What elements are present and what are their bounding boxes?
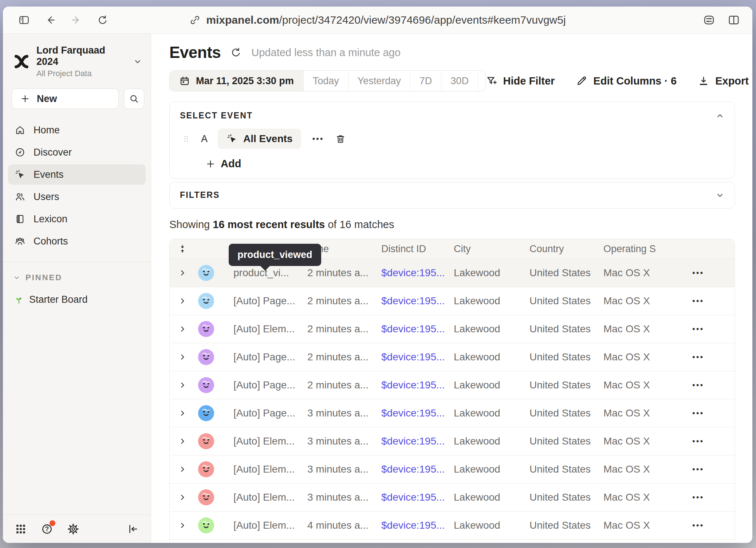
settings-gear-icon[interactable] (67, 523, 79, 535)
workspace-switcher[interactable]: Lord Farquaad 2024 All Project Data (13, 45, 143, 78)
distinct-id-link[interactable]: $device:195... (381, 267, 454, 279)
event-name-cell[interactable]: [Auto] Elem... (224, 520, 307, 531)
refresh-icon[interactable] (230, 47, 242, 58)
row-more-button[interactable]: ••• (687, 352, 735, 362)
apps-grid-icon[interactable] (15, 523, 27, 535)
expand-row-icon[interactable] (178, 437, 187, 446)
face-icon (198, 489, 214, 505)
row-more-button[interactable]: ••• (687, 521, 735, 530)
collapse-all-rows-icon[interactable] (177, 244, 188, 254)
distinct-id-link[interactable]: $device:195... (381, 435, 454, 447)
compass-icon (15, 147, 25, 158)
export-button[interactable]: Export (698, 75, 749, 87)
distinct-id-link[interactable]: $device:195... (381, 463, 454, 475)
trash-icon[interactable] (335, 133, 346, 144)
row-more-button[interactable]: ••• (687, 380, 735, 390)
table-row[interactable]: [Auto] Page... 2 minutes a... $device:19… (170, 343, 735, 371)
distinct-id-link[interactable]: $device:195... (381, 379, 454, 391)
expand-panel-icon[interactable] (715, 190, 725, 200)
address-bar[interactable]: mixpanel.com/project/3472420/view/397469… (189, 14, 566, 26)
preset-yesterday[interactable]: Yesterday (348, 71, 410, 91)
reload-icon[interactable] (97, 14, 109, 26)
distinct-id-link[interactable]: $device:195... (381, 492, 454, 503)
expand-row-icon[interactable] (178, 380, 187, 390)
event-name-cell[interactable]: [Auto] Elem... (224, 435, 307, 447)
event-name-cell[interactable]: [Auto] Elem... (224, 492, 307, 503)
table-row[interactable]: [Auto] Elem... 4 minutes a... $device:19… (170, 512, 735, 540)
expand-row-icon[interactable] (178, 324, 187, 334)
expand-row-icon[interactable] (178, 465, 187, 474)
os-cell: Mac OS X (603, 520, 687, 531)
sidebar-item-home[interactable]: Home (8, 120, 146, 140)
row-more-button[interactable]: ••• (687, 493, 735, 502)
expand-row-icon[interactable] (178, 268, 187, 278)
new-button[interactable]: New (12, 89, 119, 109)
split-view-icon[interactable] (728, 14, 740, 26)
event-name-cell[interactable]: [Auto] Page... (224, 351, 307, 363)
add-event-button[interactable]: Add (205, 158, 724, 170)
table-row[interactable]: [Auto] Elem... 3 minutes a... $device:19… (170, 484, 735, 512)
back-icon[interactable] (44, 14, 56, 26)
table-row[interactable]: [Auto] Elem... 3 minutes a... $device:19… (170, 427, 735, 455)
row-more-button[interactable]: ••• (687, 324, 735, 334)
distinct-id-link[interactable]: $device:195... (381, 520, 454, 531)
pinned-section-header[interactable]: PINNED (3, 273, 151, 282)
table-row[interactable] (170, 540, 735, 543)
column-header-distinct-id[interactable]: Distinct ID (381, 243, 454, 255)
preset-7d[interactable]: 7D (410, 71, 441, 91)
expand-row-icon[interactable] (178, 521, 187, 530)
city-cell: Lakewood (454, 379, 529, 391)
forward-icon[interactable] (71, 14, 82, 26)
expand-row-icon[interactable] (178, 493, 187, 502)
sidebar-item-cohorts[interactable]: Cohorts (8, 231, 146, 251)
distinct-id-link[interactable]: $device:195... (381, 295, 454, 307)
sidebar-nav: Home Discover Events Users Lexicon (3, 120, 151, 251)
expand-row-icon[interactable] (178, 352, 187, 362)
preset-3m[interactable]: 3M (478, 71, 486, 91)
preset-30d[interactable]: 30D (441, 71, 478, 91)
event-selector-chip[interactable]: All Events (218, 129, 301, 149)
table-row[interactable]: [Auto] Elem... 2 minutes a... $device:19… (170, 315, 735, 343)
collapse-sidebar-icon[interactable] (127, 523, 139, 535)
sidebar-item-lexicon[interactable]: Lexicon (8, 209, 146, 229)
sidebar-item-events[interactable]: Events (8, 164, 146, 185)
face-icon (198, 265, 214, 281)
row-more-button[interactable]: ••• (687, 296, 735, 306)
sidebar-item-discover[interactable]: Discover (8, 142, 146, 163)
distinct-id-link[interactable]: $device:195... (381, 351, 454, 363)
expand-row-icon[interactable] (178, 296, 187, 306)
distinct-id-link[interactable]: $device:195... (381, 323, 454, 335)
page-settings-icon[interactable] (703, 14, 715, 26)
drag-handle-icon[interactable] (181, 134, 191, 144)
help-button[interactable] (41, 523, 53, 535)
preset-today[interactable]: Today (303, 71, 348, 91)
event-name-cell[interactable]: [Auto] Page... (224, 379, 307, 391)
row-more-button[interactable]: ••• (687, 408, 735, 418)
distinct-id-link[interactable]: $device:195... (381, 407, 454, 419)
collapse-panel-icon[interactable] (715, 111, 725, 121)
sidebar-item-users[interactable]: Users (8, 187, 146, 207)
event-name-cell[interactable]: [Auto] Page... (224, 295, 307, 307)
row-more-button[interactable]: ••• (687, 437, 735, 446)
event-avatar (198, 433, 214, 449)
column-header-os[interactable]: Operating S (603, 243, 687, 255)
edit-columns-button[interactable]: Edit Columns · 6 (576, 75, 677, 87)
row-more-button[interactable]: ••• (687, 268, 735, 278)
event-name-cell[interactable]: [Auto] Elem... (224, 463, 307, 475)
row-more-button[interactable]: ••• (687, 465, 735, 474)
event-name-cell[interactable]: [Auto] Page... (224, 407, 307, 419)
event-more-button[interactable]: ••• (310, 134, 326, 144)
table-row[interactable]: [Auto] Page... 2 minutes a... $device:19… (170, 287, 735, 315)
table-row[interactable]: [Auto] Elem... 3 minutes a... $device:19… (170, 455, 735, 484)
expand-row-icon[interactable] (178, 408, 187, 418)
search-button[interactable] (124, 89, 144, 109)
date-picker[interactable]: Mar 11, 2025 3:30 pm (170, 71, 303, 91)
column-header-country[interactable]: Country (529, 243, 603, 255)
sidebar-item-starter-board[interactable]: Starter Board (3, 294, 151, 305)
event-name-cell[interactable]: [Auto] Elem... (224, 323, 307, 335)
table-row[interactable]: [Auto] Page... 3 minutes a... $device:19… (170, 399, 735, 427)
column-header-city[interactable]: City (454, 243, 529, 255)
sidebar-toggle-icon[interactable] (18, 14, 30, 26)
hide-filter-button[interactable]: Hide Filter (486, 75, 555, 87)
table-row[interactable]: [Auto] Page... 2 minutes a... $device:19… (170, 371, 735, 399)
